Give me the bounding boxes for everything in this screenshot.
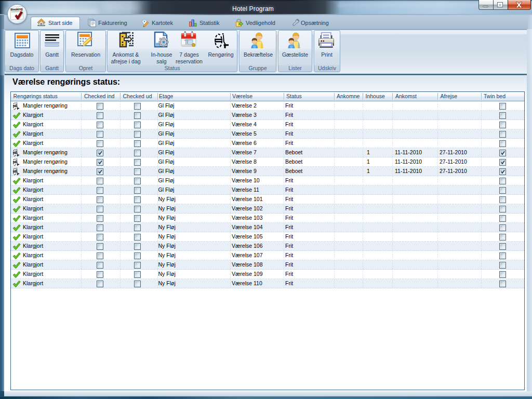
svg-text:Booking: Booking [10, 7, 23, 11]
